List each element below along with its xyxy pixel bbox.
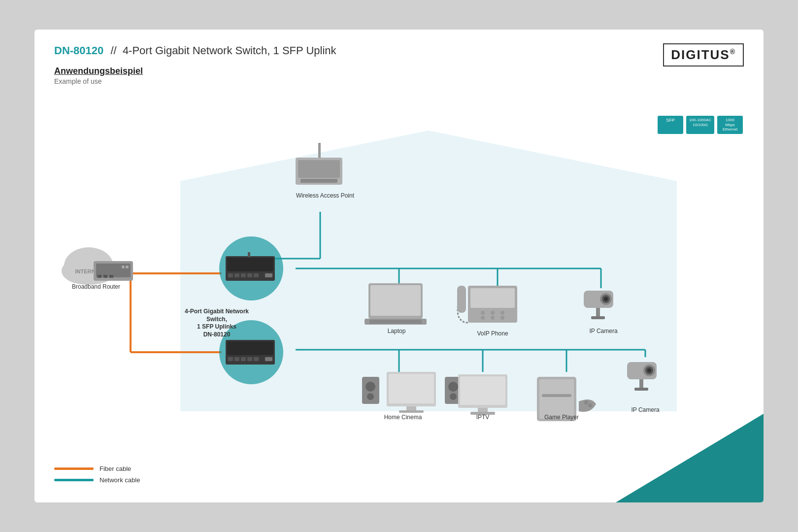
svg-rect-34	[241, 273, 246, 277]
svg-point-59	[491, 311, 495, 315]
label-iptv: IPTV	[461, 414, 505, 422]
svg-rect-50	[298, 160, 340, 178]
section-english-subtitle: Example of use	[54, 77, 744, 85]
svg-rect-55	[369, 320, 422, 324]
svg-rect-33	[234, 273, 239, 277]
svg-rect-32	[228, 273, 233, 277]
svg-point-70	[604, 297, 608, 301]
svg-rect-35	[247, 273, 252, 277]
svg-rect-43	[234, 357, 239, 361]
label-home-cinema: Home Cinema	[373, 414, 432, 422]
svg-rect-91	[634, 388, 648, 391]
diagram-svg: INTERNET	[54, 106, 724, 426]
svg-rect-66	[591, 316, 605, 319]
svg-rect-38	[248, 252, 250, 257]
svg-rect-26	[98, 275, 101, 278]
svg-rect-86	[539, 379, 574, 419]
svg-point-60	[500, 311, 504, 315]
svg-point-95	[647, 368, 651, 372]
svg-rect-45	[247, 357, 252, 361]
fiber-label: Fiber cable	[100, 465, 131, 472]
svg-rect-74	[399, 410, 424, 413]
svg-rect-82	[460, 376, 505, 405]
fiber-line-sample	[54, 467, 94, 470]
svg-rect-47	[265, 357, 272, 361]
svg-rect-46	[254, 357, 259, 361]
svg-rect-72	[389, 374, 434, 403]
label-laptop: Laptop	[367, 328, 426, 335]
svg-rect-73	[406, 406, 416, 410]
network-line-sample	[54, 479, 94, 481]
label-ip-camera-top: IP Camera	[579, 328, 628, 335]
logo-sup: ®	[730, 48, 736, 56]
main-card: DIGITUS® DN-80120 // 4-Port Gigabit Netw…	[34, 30, 764, 502]
svg-rect-41	[227, 341, 273, 355]
title-row: DN-80120 // 4-Port Gigabit Network Switc…	[54, 44, 744, 57]
legend-fiber: Fiber cable	[54, 465, 140, 472]
product-desc: // 4-Port Gigabit Network Switch, 1 SFP …	[107, 44, 336, 57]
svg-point-89	[588, 403, 592, 407]
svg-rect-64	[457, 286, 466, 313]
label-game-player: Game Player	[534, 414, 589, 422]
svg-rect-42	[228, 357, 233, 361]
svg-point-80	[450, 393, 457, 400]
label-ip-camera-bottom: IP Camera	[621, 406, 670, 414]
svg-point-76	[366, 382, 375, 392]
svg-rect-48	[318, 143, 321, 158]
svg-rect-51	[300, 179, 337, 183]
svg-rect-44	[241, 357, 246, 361]
svg-rect-31	[227, 258, 273, 271]
product-id: DN-80120	[54, 44, 103, 57]
logo-text: DIGITUS	[671, 47, 730, 62]
svg-rect-27	[103, 275, 107, 278]
svg-point-63	[500, 316, 504, 320]
label-voip: VoIP Phone	[466, 330, 520, 338]
svg-rect-28	[109, 275, 113, 278]
svg-rect-37	[265, 273, 272, 277]
network-label: Network cable	[100, 476, 140, 484]
brand-logo: DIGITUS®	[663, 43, 744, 66]
svg-point-88	[584, 400, 588, 404]
svg-rect-36	[254, 273, 259, 277]
svg-rect-87	[542, 394, 571, 397]
svg-point-58	[481, 311, 485, 315]
legend: Fiber cable Network cable	[54, 465, 140, 484]
svg-rect-57	[470, 288, 515, 308]
svg-point-24	[122, 266, 125, 268]
label-broadband-router: Broadband Router	[69, 283, 123, 291]
svg-point-77	[367, 393, 374, 400]
section-heading: Anwendungsbeispiel Example of use	[54, 66, 744, 85]
section-german-title: Anwendungsbeispiel	[54, 66, 744, 76]
label-wap: Wireless Access Point	[296, 192, 355, 200]
svg-point-25	[126, 266, 129, 268]
svg-rect-53	[370, 285, 421, 316]
legend-network: Network cable	[54, 476, 140, 484]
label-switch-top: 4-Port Gigabit Network Switch, 1 SFP Upl…	[177, 308, 256, 338]
network-diagram: INTERNET	[54, 106, 724, 426]
svg-point-61	[481, 316, 485, 320]
svg-point-62	[491, 316, 495, 320]
svg-point-79	[448, 382, 458, 392]
